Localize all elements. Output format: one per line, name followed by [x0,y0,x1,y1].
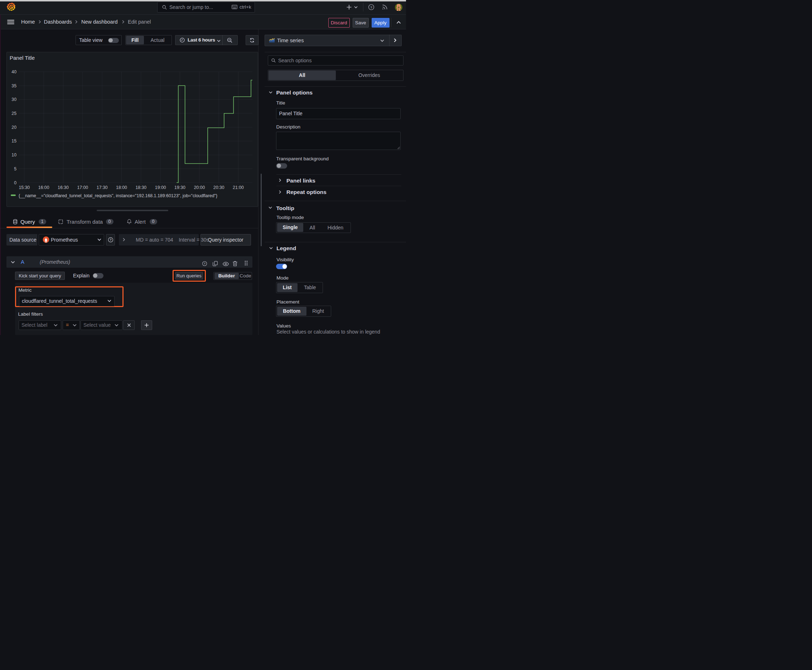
svg-text:?: ? [204,262,205,265]
svg-text:25: 25 [12,111,17,116]
svg-text:16:00: 16:00 [38,185,49,190]
svg-text:5: 5 [14,166,17,171]
svg-text:18:30: 18:30 [135,185,146,190]
svg-text:16:30: 16:30 [58,185,69,190]
svg-text:20:30: 20:30 [214,185,224,190]
svg-text:?: ? [370,5,372,9]
svg-text:35: 35 [12,83,17,88]
svg-text:17:30: 17:30 [97,185,108,190]
svg-text:40: 40 [12,69,17,74]
svg-text:10: 10 [12,152,17,157]
svg-text:19:30: 19:30 [175,185,185,190]
svg-text:15: 15 [12,139,17,144]
svg-text:{__name__="cloudflared_tunnel_: {__name__="cloudflared_tunnel_total_requ… [19,193,217,198]
svg-text:0: 0 [14,180,17,185]
svg-text:18:00: 18:00 [116,185,127,190]
svg-text:20: 20 [12,125,17,130]
svg-text:?: ? [110,238,111,242]
svg-text:30: 30 [12,97,17,102]
svg-text:19:00: 19:00 [155,185,166,190]
svg-text:21:00: 21:00 [233,185,244,190]
svg-text:17:00: 17:00 [77,185,88,190]
svg-text:15:30: 15:30 [19,185,30,190]
svg-text:20:00: 20:00 [194,185,205,190]
